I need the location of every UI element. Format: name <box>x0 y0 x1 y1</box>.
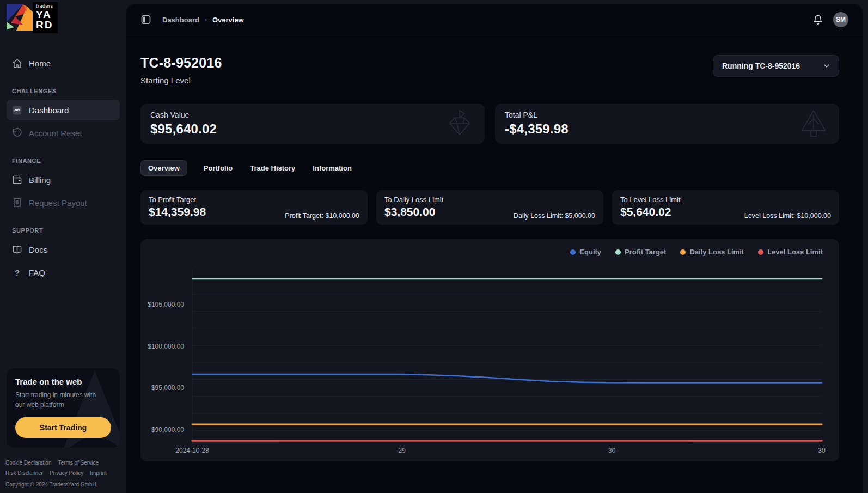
dashboard-icon <box>12 105 22 115</box>
sidebar-item-request-payout[interactable]: Request Payout <box>7 192 120 213</box>
account-selector-value: Running TC-8-952016 <box>722 62 800 70</box>
metric-label: To Profit Target <box>149 196 359 204</box>
logo-word-ya: YA <box>36 9 53 20</box>
docs-icon <box>12 245 22 255</box>
legend-label: Equity <box>579 248 601 256</box>
notifications-bell-icon[interactable] <box>812 14 823 25</box>
question-icon: ? <box>12 268 22 277</box>
total-pnl-amount: -$4,359.98 <box>505 121 829 137</box>
to-profit-target-card: To Profit Target $14,359.98 Profit Targe… <box>140 190 368 225</box>
start-trading-button[interactable]: Start Trading <box>15 417 111 438</box>
sidebar-item-label: Billing <box>29 175 51 185</box>
title-row: TC-8-952016 Starting Level Running TC-8-… <box>140 55 839 85</box>
legal-footer: Cookie Declaration Terms of Service Risk… <box>0 453 126 493</box>
to-daily-loss-limit-card: To Daily Loss Limit $3,850.00 Daily Loss… <box>376 190 603 225</box>
diamond-icon <box>442 107 476 141</box>
total-pnl-label: Total P&L <box>505 111 829 119</box>
user-avatar[interactable]: SM <box>833 12 848 27</box>
metric-cards: To Profit Target $14,359.98 Profit Targe… <box>140 190 839 225</box>
copyright-text: Copyright © 2024 TradersYard GmbH. <box>5 482 121 488</box>
logo-wordmark: traders YA RD <box>33 2 58 33</box>
summary-cards: Cash Value $95,640.02 Total P&L -$4,359.… <box>140 104 839 144</box>
metric-footnote: Daily Loss Limit: $5,000.00 <box>514 212 595 220</box>
sidebar-section-finance: FINANCE <box>12 157 114 164</box>
sidebar-item-faq[interactable]: ? FAQ <box>7 262 120 283</box>
payout-icon <box>12 198 22 208</box>
privacy-policy-link[interactable]: Privacy Policy <box>50 470 83 476</box>
sidebar-nav: Home CHALLENGES Dashboard Account Reset … <box>0 53 126 285</box>
sidebar-item-label: Docs <box>29 245 47 254</box>
legend-item-daily-loss-limit[interactable]: Daily Loss Limit <box>680 248 744 256</box>
breadcrumb-dashboard[interactable]: Dashboard <box>162 16 199 24</box>
tab-overview[interactable]: Overview <box>140 160 187 176</box>
sidebar-item-label: Request Payout <box>29 198 87 208</box>
legend-item-profit-target[interactable]: Profit Target <box>615 248 666 256</box>
account-selector-dropdown[interactable]: Running TC-8-952016 <box>713 55 839 77</box>
tab-information[interactable]: Information <box>311 161 353 175</box>
sidebar-item-billing[interactable]: Billing <box>7 169 120 190</box>
tab-portfolio[interactable]: Portfolio <box>203 161 234 175</box>
cash-value-amount: $95,640.02 <box>150 121 475 137</box>
topbar: Dashboard › Overview SM <box>126 4 863 35</box>
sidebar-item-docs[interactable]: Docs <box>7 239 120 260</box>
imprint-link[interactable]: Imprint <box>90 470 107 476</box>
to-level-loss-limit-card: To Level Loss Limit $5,640.02 Level Loss… <box>612 190 839 225</box>
metric-label: To Level Loss Limit <box>620 196 831 204</box>
legend-label: Level Loss Limit <box>767 248 823 256</box>
tab-bar: Overview Portfolio Trade History Informa… <box>140 160 839 176</box>
chevron-right-icon: › <box>205 16 207 23</box>
sidebar: traders YA RD Home CHALLENGES Dashboard … <box>0 0 126 493</box>
sidebar-item-home[interactable]: Home <box>7 53 120 74</box>
content: TC-8-952016 Starting Level Running TC-8-… <box>126 55 863 461</box>
promo-title: Trade on the web <box>15 377 111 386</box>
app-logo[interactable]: traders YA RD <box>7 4 126 33</box>
promo-description: Start trading in minutes with our web pl… <box>15 391 102 410</box>
legend-label: Daily Loss Limit <box>689 248 744 256</box>
legend-dot-level-loss-limit <box>758 249 763 255</box>
metric-footnote: Profit Target: $10,000.00 <box>285 212 359 220</box>
logo-mark-icon <box>7 4 33 31</box>
page-title: TC-8-952016 <box>140 55 222 71</box>
main-panel: Dashboard › Overview SM TC-8-952016 Star… <box>126 4 863 493</box>
equity-line-chart <box>140 239 839 461</box>
metric-label: To Daily Loss Limit <box>384 196 595 204</box>
logo-word-traders: traders <box>36 4 53 9</box>
terms-of-service-link[interactable]: Terms of Service <box>58 460 99 466</box>
legend-dot-daily-loss-limit <box>680 249 686 255</box>
sidebar-section-support: SUPPORT <box>12 227 114 234</box>
sidebar-item-label: Account Reset <box>29 129 82 138</box>
page-subtitle: Starting Level <box>140 76 222 85</box>
sidebar-item-account-reset[interactable]: Account Reset <box>7 123 120 143</box>
reset-icon <box>12 128 22 138</box>
sidebar-item-dashboard[interactable]: Dashboard <box>7 100 120 120</box>
sidebar-item-label: Home <box>29 59 51 68</box>
chart-legend: Equity Profit Target Daily Loss Limit Le… <box>570 248 823 256</box>
total-pnl-card: Total P&L -$4,359.98 <box>495 104 839 144</box>
breadcrumb-overview: Overview <box>212 16 244 24</box>
sidebar-section-challenges: CHALLENGES <box>12 88 114 94</box>
legend-dot-profit-target <box>615 249 621 255</box>
billing-icon <box>12 175 22 185</box>
home-icon <box>12 58 22 69</box>
cash-value-label: Cash Value <box>150 111 475 119</box>
cash-value-card: Cash Value $95,640.02 <box>140 104 485 144</box>
metric-footnote: Level Loss Limit: $10,000.00 <box>744 212 831 220</box>
promo-card: Trade on the web Start trading in minute… <box>7 368 120 448</box>
logo-word-rd: RD <box>36 20 53 30</box>
legend-label: Profit Target <box>625 248 666 256</box>
chevron-down-icon <box>822 62 831 70</box>
legend-item-equity[interactable]: Equity <box>570 248 601 256</box>
sidebar-item-label: Dashboard <box>29 106 69 115</box>
legend-dot-equity <box>570 249 576 255</box>
cookie-declaration-link[interactable]: Cookie Declaration <box>5 460 52 466</box>
tab-trade-history[interactable]: Trade History <box>249 161 296 175</box>
tree-icon <box>797 107 830 141</box>
sidebar-toggle-icon[interactable] <box>140 14 151 25</box>
sidebar-item-label: FAQ <box>29 268 45 277</box>
equity-chart-card: Equity Profit Target Daily Loss Limit Le… <box>140 239 839 461</box>
risk-disclaimer-link[interactable]: Risk Disclaimer <box>5 470 43 476</box>
legend-item-level-loss-limit[interactable]: Level Loss Limit <box>758 248 823 256</box>
